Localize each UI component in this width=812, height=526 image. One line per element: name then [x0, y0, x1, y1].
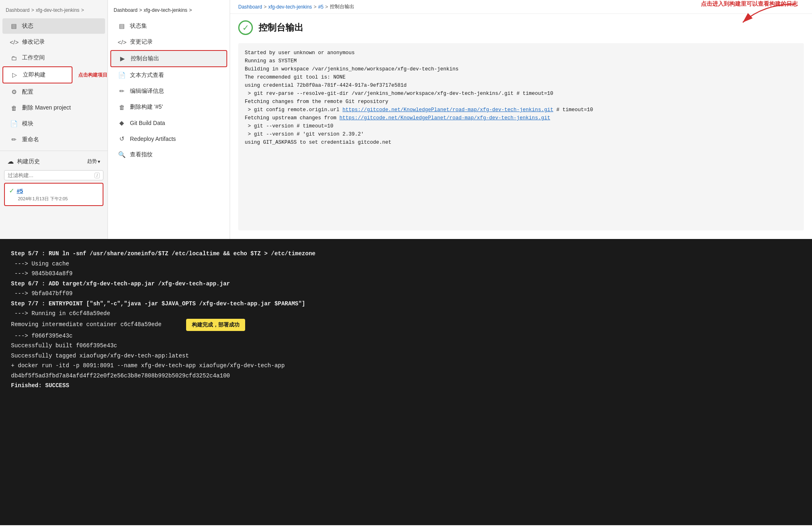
rename-icon: ✏ [10, 136, 18, 143]
text-view-icon: 📄 [118, 72, 126, 79]
main-bc-sep3: > [325, 4, 328, 10]
breadcrumb-sep2: > [81, 7, 84, 13]
trend-button[interactable]: 趋势 ▾ [87, 158, 100, 165]
middle-breadcrumb-project[interactable]: xfg-dev-tech-jenkins [144, 7, 187, 13]
middle-item-fingerprint[interactable]: 🔍 查看指纹 [110, 147, 227, 162]
changes-icon: </> [10, 39, 18, 46]
sidebar-label-config: 配置 [22, 88, 98, 96]
terminal-line-5: ---> 9bfa047bff09 [11, 289, 801, 299]
main-bc-dashboard[interactable]: Dashboard [238, 4, 262, 10]
console-line-8: > git config remote.origin.url https://g… [245, 106, 797, 114]
page-title: 控制台输出 [259, 22, 303, 34]
sidebar-item-build-now[interactable]: ▷ 立即构建 [2, 66, 72, 83]
build-date: 2024年1月13日 下午2:05 [9, 196, 99, 202]
middle-breadcrumb-dashboard[interactable]: Dashboard [114, 7, 138, 13]
console-line-9: Fetching upstream changes from https://g… [245, 114, 797, 122]
main-content: 点击进入到构建里可以查看构建的日志 Dashboard > xfg-dev-te… [230, 0, 812, 239]
middle-breadcrumb-sep1: > [139, 7, 142, 13]
top-section: Dashboard > xfg-dev-tech-jenkins > ▤ 状态 … [0, 0, 812, 240]
console-line-11: > git --version # 'git version 2.39.2' [245, 130, 797, 138]
console-line-2: Running as SYSTEM [245, 57, 797, 65]
sidebar-label-status: 状态 [22, 22, 98, 30]
middle-label-delete-build: 删除构建 '#5' [130, 103, 163, 111]
sidebar-label-workspace: 工作空间 [22, 54, 98, 61]
sidebar-item-status[interactable]: ▤ 状态 [2, 18, 105, 34]
console-link-2[interactable]: https://gitcode.net/KnowledgePlanet/road… [340, 115, 551, 121]
middle-item-redeploy[interactable]: ↺ Redeploy Artifacts [110, 131, 227, 147]
build-history-label: 构建历史 [17, 158, 40, 165]
fingerprint-icon: 🔍 [118, 151, 126, 158]
terminal-line-4: Step 6/7 : ADD target/xfg-dev-tech-app.j… [11, 279, 801, 289]
middle-item-git-build-data[interactable]: ◆ Git Build Data [110, 115, 227, 131]
terminal-line-2: ---> Using cache [11, 259, 801, 269]
middle-item-delete-build[interactable]: 🗑 删除构建 '#5' [110, 99, 227, 115]
edit-compile-icon: ✏ [118, 88, 126, 95]
main-bc-sep2: > [314, 4, 316, 10]
middle-breadcrumb: Dashboard > xfg-dev-tech-jenkins > [108, 4, 230, 18]
delete-build-icon: 🗑 [118, 104, 126, 111]
slash-badge: / [94, 173, 100, 178]
middle-label-console-output: 控制台输出 [131, 55, 159, 62]
middle-item-text-view[interactable]: 📄 文本方式查看 [110, 68, 227, 83]
redeploy-icon: ↺ [118, 135, 126, 142]
middle-label-fingerprint: 查看指纹 [130, 151, 153, 158]
delete-maven-icon: 🗑 [10, 105, 18, 112]
build-now-icon: ▷ [11, 71, 19, 79]
terminal-line-9: ---> f066f395e43c [11, 331, 801, 341]
svg-text:点击进入到构建里可以查看构建的日志: 点击进入到构建里可以查看构建的日志 [701, 0, 798, 7]
breadcrumb-sep1: > [31, 7, 34, 13]
console-line-1: Started by user unknown or anonymous [245, 49, 797, 57]
breadcrumb-dashboard[interactable]: Dashboard [6, 7, 30, 13]
console-line-6: > git rev-parse --resolve-git-dir /var/j… [245, 90, 797, 98]
build-item-top: ✓ #5 [9, 187, 99, 195]
build-search-input[interactable] [8, 172, 94, 178]
annotation-build: 点击构建项目 [78, 72, 108, 79]
main-bc-project[interactable]: xfg-dev-tech-jenkins [268, 4, 312, 10]
sidebar-item-config[interactable]: ⚙ 配置 [2, 84, 105, 100]
trend-label: 趋势 [87, 158, 97, 165]
middle-item-status-set[interactable]: ▤ 状态集 [110, 18, 227, 34]
sidebar-item-workspace[interactable]: 🗀 工作空间 [2, 50, 105, 66]
status-icon: ▤ [10, 22, 18, 30]
sidebar-item-delete-maven[interactable]: 🗑 删除 Maven project [2, 100, 105, 116]
middle-item-edit-compile[interactable]: ✏ 编辑编译信息 [110, 83, 227, 99]
terminal-line-7: ---> Running in c6cf48a59ede [11, 309, 801, 319]
main-bc-build[interactable]: #5 [318, 4, 323, 10]
cloud-icon: ☁ [7, 158, 14, 165]
console-output-panel: Started by user unknown or anonymous Run… [238, 43, 804, 230]
left-sidebar: Dashboard > xfg-dev-tech-jenkins > ▤ 状态 … [0, 0, 108, 239]
build-history-header: ☁ 构建历史 趋势 ▾ [0, 154, 108, 169]
middle-label-redeploy: Redeploy Artifacts [130, 136, 176, 142]
workspace-icon: 🗀 [10, 55, 18, 61]
console-output-icon: ▶ [119, 55, 127, 62]
success-circle-icon: ✓ [238, 20, 253, 35]
sidebar-item-modules[interactable]: 📄 模块 [2, 116, 105, 132]
terminal-line-10: Successfully built f066f395e43c [11, 341, 801, 351]
sidebar-label-rename: 重命名 [22, 136, 98, 143]
middle-item-change-log[interactable]: </> 变更记录 [110, 34, 227, 50]
middle-label-status-set: 状态集 [130, 22, 147, 30]
divider [0, 151, 108, 151]
build-item-5[interactable]: ✓ #5 2024年1月13日 下午2:05 [4, 183, 103, 206]
console-link-1[interactable]: https://gitcode.net/KnowledgePlanet/road… [342, 107, 553, 113]
middle-panel: Dashboard > xfg-dev-tech-jenkins > ▤ 状态集… [108, 0, 230, 239]
sidebar-label-build-now: 立即构建 [23, 71, 64, 79]
middle-item-console-output[interactable]: ▶ 控制台输出 [110, 50, 227, 67]
build-history-title: ☁ 构建历史 [7, 158, 40, 165]
build-number[interactable]: #5 [17, 188, 23, 194]
console-line-10: > git --version # timeout=10 [245, 122, 797, 130]
checkmark-icon: ✓ [242, 23, 249, 33]
middle-label-text-view: 文本方式查看 [130, 72, 164, 79]
build-search-bar[interactable]: / [4, 170, 103, 180]
status-set-icon: ▤ [118, 22, 126, 30]
sidebar-item-rename[interactable]: ✏ 重命名 [2, 132, 105, 147]
annotation-area: 点击进入到构建里可以查看构建的日志 [682, 0, 804, 34]
console-line-5: using credential 72b8f0aa-781f-4424-917a… [245, 81, 797, 90]
breadcrumb-project[interactable]: xfg-dev-tech-jenkins [36, 7, 79, 13]
annotation-badge: 构建完成，部署成功 [186, 319, 245, 331]
sidebar-label-changes: 修改记录 [22, 38, 98, 46]
terminal-line-8: Removing intermediate container c6cf48a5… [11, 320, 162, 330]
middle-label-edit-compile: 编辑编译信息 [130, 88, 164, 95]
sidebar-item-changes[interactable]: </> 修改记录 [2, 34, 105, 50]
modules-icon: 📄 [10, 120, 18, 127]
